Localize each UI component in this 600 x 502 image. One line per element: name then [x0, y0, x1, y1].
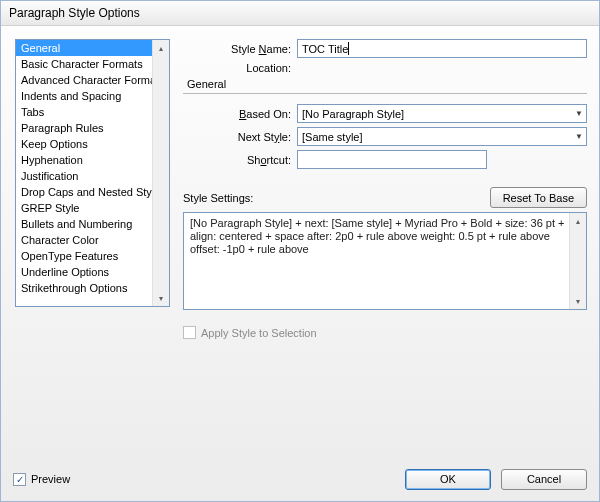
style-settings-text: [No Paragraph Style] + next: [Same style… [190, 217, 565, 255]
shortcut-row: Shortcut: [183, 150, 587, 169]
category-sidebar: GeneralBasic Character FormatsAdvanced C… [15, 39, 170, 307]
sidebar-item[interactable]: Character Color [16, 232, 153, 248]
scroll-down-icon[interactable]: ▾ [153, 290, 169, 306]
style-settings-header: Style Settings: Reset To Base [183, 187, 587, 208]
scroll-up-icon[interactable]: ▴ [153, 40, 169, 56]
style-name-input[interactable]: TOC Title [297, 39, 587, 58]
next-style-label: Next Style: [183, 131, 297, 143]
sidebar-item[interactable]: Drop Caps and Nested Styles [16, 184, 153, 200]
reset-to-base-button[interactable]: Reset To Base [490, 187, 587, 208]
sidebar-item[interactable]: Hyphenation [16, 152, 153, 168]
sidebar-item[interactable]: Keep Options [16, 136, 153, 152]
section-header: General [183, 78, 587, 94]
right-pane: Style Name: TOC Title Location: General … [183, 39, 587, 457]
dialog-window: Paragraph Style Options GeneralBasic Cha… [0, 0, 600, 502]
location-label: Location: [183, 62, 297, 74]
based-on-row: Based On: [No Paragraph Style] ▼ [183, 104, 587, 123]
sidebar-item[interactable]: Paragraph Rules [16, 120, 153, 136]
based-on-label: Based On: [183, 108, 297, 120]
dialog-footer: ✓ Preview OK Cancel [1, 457, 599, 501]
chevron-down-icon: ▼ [572, 109, 586, 118]
sidebar-item[interactable]: Bullets and Numbering [16, 216, 153, 232]
sidebar-item[interactable]: GREP Style [16, 200, 153, 216]
style-settings-box[interactable]: [No Paragraph Style] + next: [Same style… [183, 212, 587, 310]
dialog-body: GeneralBasic Character FormatsAdvanced C… [1, 25, 599, 457]
apply-to-selection-label: Apply Style to Selection [201, 327, 317, 339]
style-name-row: Style Name: TOC Title [183, 39, 587, 58]
sidebar-item[interactable]: OpenType Features [16, 248, 153, 264]
preview-option: ✓ Preview [13, 473, 395, 486]
based-on-dropdown[interactable]: [No Paragraph Style] ▼ [297, 104, 587, 123]
style-settings-label: Style Settings: [183, 192, 490, 204]
sidebar-item[interactable]: Tabs [16, 104, 153, 120]
text-caret [348, 42, 349, 55]
next-style-dropdown[interactable]: [Same style] ▼ [297, 127, 587, 146]
scroll-up-icon[interactable]: ▴ [570, 213, 586, 229]
apply-to-selection-checkbox[interactable] [183, 326, 196, 339]
sidebar-item[interactable]: Advanced Character Formats [16, 72, 153, 88]
preview-checkbox[interactable]: ✓ [13, 473, 26, 486]
sidebar-item[interactable]: Basic Character Formats [16, 56, 153, 72]
sidebar-item[interactable]: Strikethrough Options [16, 280, 153, 296]
style-name-label: Style Name: [183, 43, 297, 55]
sidebar-item[interactable]: General [16, 40, 153, 56]
apply-to-selection-row: Apply Style to Selection [183, 326, 587, 339]
cancel-button[interactable]: Cancel [501, 469, 587, 490]
preview-label: Preview [31, 473, 70, 485]
settings-scrollbar[interactable]: ▴ ▾ [569, 213, 586, 309]
sidebar-item[interactable]: Underline Options [16, 264, 153, 280]
ok-button[interactable]: OK [405, 469, 491, 490]
sidebar-item[interactable]: Justification [16, 168, 153, 184]
chevron-down-icon: ▼ [572, 132, 586, 141]
shortcut-input[interactable] [297, 150, 487, 169]
next-style-row: Next Style: [Same style] ▼ [183, 127, 587, 146]
sidebar-item[interactable]: Indents and Spacing [16, 88, 153, 104]
shortcut-label: Shortcut: [183, 154, 297, 166]
location-row: Location: [183, 62, 587, 74]
sidebar-scrollbar[interactable]: ▴ ▾ [152, 40, 169, 306]
title-bar: Paragraph Style Options [1, 1, 599, 26]
scroll-down-icon[interactable]: ▾ [570, 293, 586, 309]
window-title: Paragraph Style Options [9, 6, 140, 20]
